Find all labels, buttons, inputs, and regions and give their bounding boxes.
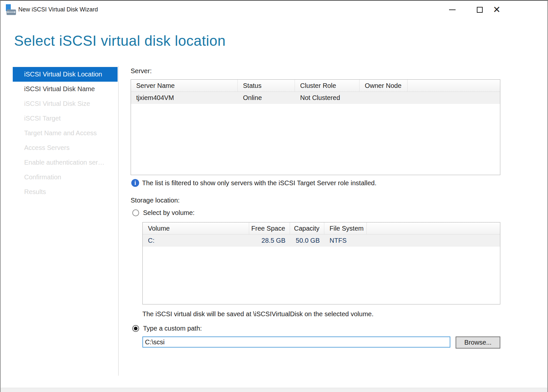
column-header-cluster-role[interactable]: Cluster Role (295, 80, 360, 91)
server-section-label: Server: (131, 67, 152, 75)
sidebar-item-results: Results (13, 185, 118, 199)
wizard-footer-bar (1, 388, 547, 392)
radio-dot (134, 327, 137, 330)
free-space-cell: 28.5 GB (249, 235, 290, 247)
page-title: Select iSCSI virtual disk location (14, 33, 226, 49)
server-name-cell: tjxiem404VM (131, 92, 238, 104)
server-table-row[interactable]: tjxiem404VM Online Not Clustered (131, 92, 500, 104)
sidebar-item-iscsi-target: iSCSI Target (13, 111, 118, 126)
minimize-icon (449, 9, 456, 10)
custom-path-input[interactable] (142, 336, 450, 348)
wizard-page-content: Server: Server Name Status Cluster Role … (131, 66, 500, 392)
sidebar-content-divider (118, 66, 119, 376)
select-by-volume-option[interactable]: Select by volume: (132, 209, 195, 217)
type-custom-path-radio[interactable] (132, 325, 139, 332)
volume-table: Volume Free Space Capacity File System C… (142, 222, 500, 304)
minimize-button[interactable] (442, 1, 463, 19)
select-by-volume-radio[interactable] (132, 209, 139, 216)
close-button[interactable]: ✕ (486, 1, 508, 19)
capacity-cell: 50.0 GB (290, 235, 324, 247)
wizard-app-icon (6, 4, 16, 15)
column-header-capacity[interactable]: Capacity (290, 222, 324, 234)
column-header-free-space[interactable]: Free Space (249, 222, 290, 234)
sidebar-item-iscsi-virtual-disk-name[interactable]: iSCSI Virtual Disk Name (13, 82, 118, 96)
type-custom-path-label: Type a custom path: (143, 325, 202, 332)
column-header-volume[interactable]: Volume (143, 222, 249, 234)
volume-table-row[interactable]: C: 28.5 GB 50.0 GB NTFS (143, 235, 500, 247)
maximize-icon (477, 7, 483, 13)
server-cluster-role-cell: Not Clustered (295, 92, 360, 104)
file-system-cell: NTFS (324, 235, 367, 247)
server-status-cell: Online (238, 92, 295, 104)
custom-path-row: Browse... (142, 336, 500, 349)
sidebar-item-iscsi-virtual-disk-size: iSCSI Virtual Disk Size (13, 96, 118, 111)
type-custom-path-option[interactable]: Type a custom path: (132, 325, 202, 332)
browse-button[interactable]: Browse... (456, 336, 500, 349)
save-location-note: The iSCSI virtual disk will be saved at … (142, 310, 374, 318)
sidebar-item-confirmation: Confirmation (13, 170, 118, 185)
server-owner-node-cell (360, 92, 408, 104)
info-icon: i (131, 179, 139, 187)
server-table: Server Name Status Cluster Role Owner No… (131, 79, 500, 175)
titlebar: New iSCSI Virtual Disk Wizard ✕ (1, 1, 547, 19)
wizard-window: New iSCSI Virtual Disk Wizard ✕ Select i… (0, 0, 548, 392)
volume-table-header: Volume Free Space Capacity File System (143, 222, 500, 235)
volume-cell: C: (143, 235, 249, 247)
close-icon: ✕ (493, 5, 500, 14)
column-header-filler (367, 222, 500, 234)
column-header-owner-node[interactable]: Owner Node (360, 80, 408, 91)
window-title: New iSCSI Virtual Disk Wizard (18, 6, 98, 13)
wizard-steps-sidebar: iSCSI Virtual Disk Location iSCSI Virtua… (13, 67, 118, 199)
app-icon-arrow-left (7, 11, 8, 13)
filter-info: i The list is filtered to show only serv… (131, 179, 377, 187)
sidebar-item-iscsi-virtual-disk-location[interactable]: iSCSI Virtual Disk Location (13, 67, 118, 82)
column-header-file-system[interactable]: File System (324, 222, 367, 234)
app-icon-line (8, 12, 15, 12)
sidebar-item-enable-authentication: Enable authentication ser… (13, 155, 118, 170)
column-header-filler (408, 80, 500, 91)
storage-location-label: Storage location: (131, 197, 180, 204)
app-icon-arrow-right (14, 11, 16, 13)
sidebar-item-access-servers: Access Servers (13, 140, 118, 155)
filter-info-text: The list is filtered to show only server… (142, 179, 377, 187)
sidebar-item-target-name-and-access: Target Name and Access (13, 126, 118, 140)
server-table-header: Server Name Status Cluster Role Owner No… (131, 80, 500, 92)
select-by-volume-label: Select by volume: (143, 209, 195, 217)
column-header-server-name[interactable]: Server Name (131, 80, 238, 91)
column-header-status[interactable]: Status (238, 80, 295, 91)
